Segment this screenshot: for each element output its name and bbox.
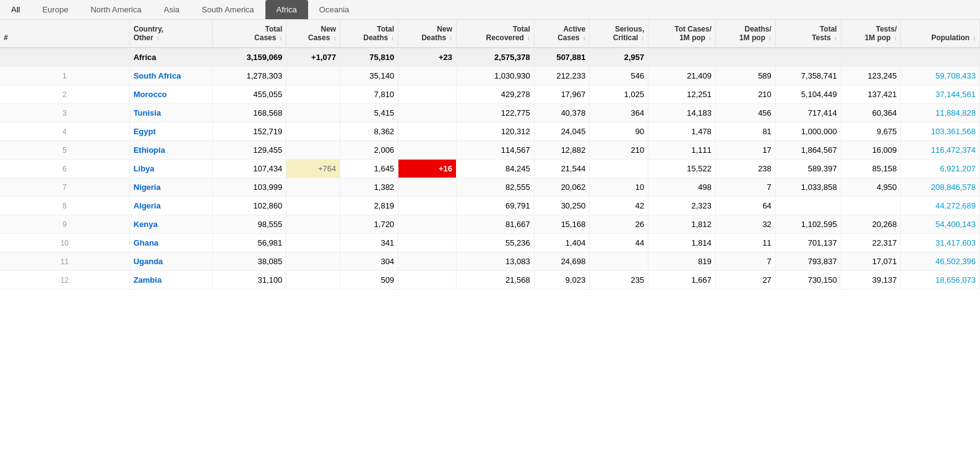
col-header-8[interactable]: Serious,Critical ↕ [590,20,648,48]
tab-south-america[interactable]: South America [191,0,265,19]
country-link[interactable]: Kenya [134,220,158,229]
row-3-cell-13[interactable]: 103,361,568 [901,122,980,141]
col-header-5[interactable]: NewDeaths ↕ [398,20,457,48]
row-6-cell-3 [286,178,340,197]
row-7-cell-5 [398,197,457,215]
row-2-cell-9: 14,183 [648,104,716,122]
tab-all[interactable]: All [0,0,31,19]
row-1-cell-0: 2 [0,85,129,104]
country-link[interactable]: Zambia [134,275,162,285]
population-link[interactable]: 37,144,561 [935,90,976,99]
row-10-cell-13[interactable]: 46,502,396 [901,252,980,271]
country-link[interactable]: Libya [134,164,155,173]
row-2-cell-7: 40,378 [534,104,590,122]
country-link[interactable]: Nigeria [134,183,161,192]
row-4-cell-1[interactable]: Ethiopia [129,141,212,160]
population-link[interactable]: 208,846,578 [931,183,976,192]
row-9-cell-1[interactable]: Ghana [129,234,212,252]
tab-oceania[interactable]: Oceania [308,0,360,19]
tab-asia[interactable]: Asia [153,0,191,19]
table-row: 3Tunisia168,5685,415122,77540,37836414,1… [0,104,980,122]
row-4-cell-13[interactable]: 116,472,374 [901,141,980,160]
population-link[interactable]: 11,884,828 [935,108,976,118]
country-link[interactable]: Tunisia [134,108,161,118]
row-8-cell-13[interactable]: 54,400,143 [901,215,980,234]
row-11-cell-1[interactable]: Zambia [129,271,212,290]
row-7-cell-1[interactable]: Algeria [129,197,212,215]
row-8-cell-3 [286,215,340,234]
header-row: #Country,Other ↕TotalCases ↕NewCases ↕To… [0,20,980,48]
row-10-cell-1[interactable]: Uganda [129,252,212,271]
row-7-cell-13[interactable]: 44,272,689 [901,197,980,215]
row-11-cell-5 [398,271,457,290]
population-link[interactable]: 54,400,143 [935,220,976,229]
row-5-cell-13[interactable]: 6,921,207 [901,160,980,178]
col-header-7[interactable]: ActiveCases ↕ [534,20,590,48]
population-link[interactable]: 46,502,396 [935,257,976,266]
row-2-cell-1[interactable]: Tunisia [129,104,212,122]
table-row: 4Egypt152,7198,362120,31224,045901,47881… [0,122,980,141]
table-row: 8Algeria102,8602,81969,79130,250422,3236… [0,197,980,215]
agg-cell-7: 507,881 [534,48,590,67]
row-6-cell-13[interactable]: 208,846,578 [901,178,980,197]
col-header-6[interactable]: TotalRecovered ↕ [457,20,535,48]
row-1-cell-13[interactable]: 37,144,561 [901,85,980,104]
row-0-cell-4: 35,140 [340,67,398,85]
col-header-4[interactable]: TotalDeaths ↕ [340,20,398,48]
row-8-cell-1[interactable]: Kenya [129,215,212,234]
row-0-cell-13[interactable]: 59,708,433 [901,67,980,85]
population-link[interactable]: 31,417,603 [935,238,976,247]
agg-cell-12 [841,48,901,67]
country-link[interactable]: Morocco [134,90,167,99]
row-2-cell-4: 5,415 [340,104,398,122]
col-header-13[interactable]: Population ↕ [901,20,980,48]
row-0-cell-1[interactable]: South Africa [129,67,212,85]
row-7-cell-8: 42 [590,197,648,215]
row-10-cell-9: 819 [648,252,716,271]
row-3-cell-6: 120,312 [457,122,535,141]
row-4-cell-11: 1,864,567 [775,141,841,160]
row-1-cell-1[interactable]: Morocco [129,85,212,104]
row-2-cell-2: 168,568 [212,104,286,122]
row-11-cell-13[interactable]: 18,656,073 [901,271,980,290]
population-link[interactable]: 59,708,433 [935,71,976,80]
row-2-cell-10: 456 [716,104,776,122]
row-0-cell-3 [286,67,340,85]
country-link[interactable]: Ghana [134,238,158,247]
country-link[interactable]: Egypt [134,127,156,136]
population-link[interactable]: 44,272,689 [935,201,976,210]
table-header: #Country,Other ↕TotalCases ↕NewCases ↕To… [0,20,980,48]
row-4-cell-10: 17 [716,141,776,160]
col-header-2[interactable]: TotalCases ↕ [212,20,286,48]
row-9-cell-0: 10 [0,234,129,252]
row-6-cell-1[interactable]: Nigeria [129,178,212,197]
row-5-cell-1[interactable]: Libya [129,160,212,178]
tab-africa[interactable]: Africa [265,0,308,19]
population-link[interactable]: 18,656,073 [935,275,976,285]
row-11-cell-10: 27 [716,271,776,290]
col-header-11[interactable]: TotalTests ↕ [775,20,841,48]
row-4-cell-8: 210 [590,141,648,160]
row-9-cell-13[interactable]: 31,417,603 [901,234,980,252]
row-3-cell-1[interactable]: Egypt [129,122,212,141]
col-header-9[interactable]: Tot Cases/1M pop ↕ [648,20,716,48]
row-2-cell-12: 60,364 [841,104,901,122]
row-1-cell-7: 17,967 [534,85,590,104]
col-header-1[interactable]: Country,Other ↕ [129,20,212,48]
agg-cell-4: 75,810 [340,48,398,67]
population-link[interactable]: 103,361,568 [931,127,976,136]
population-link[interactable]: 6,921,207 [940,164,976,173]
row-8-cell-0: 9 [0,215,129,234]
country-link[interactable]: Algeria [134,201,161,210]
tab-north-america[interactable]: North America [79,0,152,19]
country-link[interactable]: Ethiopia [134,145,165,155]
row-4-cell-4: 2,006 [340,141,398,160]
country-link[interactable]: South Africa [134,71,181,80]
col-header-3[interactable]: NewCases ↕ [286,20,340,48]
tab-europe[interactable]: Europe [31,0,79,19]
country-link[interactable]: Uganda [134,257,163,266]
row-2-cell-13[interactable]: 11,884,828 [901,104,980,122]
col-header-10[interactable]: Deaths/1M pop ↕ [716,20,776,48]
col-header-12[interactable]: Tests/1M pop ↕ [841,20,901,48]
population-link[interactable]: 116,472,374 [931,145,976,155]
